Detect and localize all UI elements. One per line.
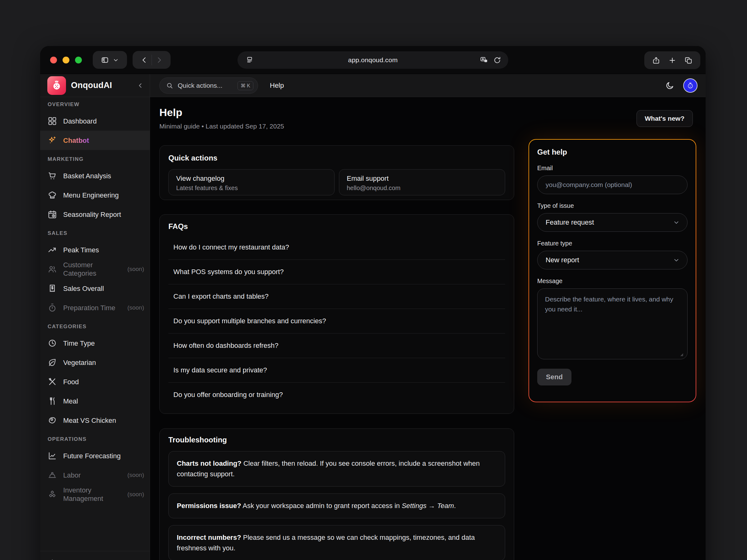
sidebar-item-time-type[interactable]: Time Type xyxy=(40,334,150,353)
sidebar-item-label: Customer Categories xyxy=(63,261,110,277)
message-textarea[interactable] xyxy=(537,288,688,359)
sidebar-item-future-forecasting[interactable]: Future Forecasting xyxy=(40,446,150,465)
page-title: Help xyxy=(159,106,182,118)
sidebar-item-labor[interactable]: Labor (soon) xyxy=(40,465,150,485)
sidebar-item-seasonality-report[interactable]: Seasonality Report xyxy=(40,205,150,224)
sidebar-item-label: Vegetarian xyxy=(63,358,96,367)
sidebar-item-meat-vs-chicken[interactable]: Meat VS Chicken xyxy=(40,411,150,430)
sidebar-item-chatbot[interactable]: Chatbot xyxy=(40,131,150,150)
fork-knife-icon xyxy=(48,396,57,406)
timer-icon xyxy=(48,303,57,312)
search-placeholder-text: Quick actions... xyxy=(178,82,223,89)
forward-icon[interactable] xyxy=(155,56,163,64)
dark-mode-moon-icon[interactable] xyxy=(665,81,674,90)
card-title: View changelog xyxy=(176,175,327,183)
translate-icon[interactable] xyxy=(480,56,488,64)
section-label-overview: OVERVIEW xyxy=(40,97,150,111)
get-help-title: Get help xyxy=(537,148,688,157)
browser-window: app.onqoud.com xyxy=(40,46,705,560)
line-chart-icon xyxy=(48,451,57,460)
sidebar-item-label: Menu Engineering xyxy=(63,191,119,199)
quick-actions-search[interactable]: Quick actions... ⌘ K xyxy=(159,77,258,94)
feature-type-label: Feature type xyxy=(537,240,688,247)
utensils-crossed-icon xyxy=(48,377,57,386)
send-button[interactable]: Send xyxy=(537,369,571,385)
quick-actions-title: Quick actions xyxy=(169,154,505,162)
address-bar[interactable]: app.onqoud.com xyxy=(237,51,508,69)
sidebar-footer: Settings Logout xyxy=(40,551,150,560)
zoom-window-button[interactable] xyxy=(75,57,82,63)
faq-item[interactable]: Do you offer onboarding or training? xyxy=(169,382,505,407)
sidebar-nav: OVERVIEW Dashboard Chatbot MARKETING Bas… xyxy=(40,97,150,551)
app-logo xyxy=(47,76,66,95)
raspberry-logo-icon xyxy=(51,80,62,91)
card-title: Email support xyxy=(347,175,497,183)
close-window-button[interactable] xyxy=(50,57,57,63)
faq-item[interactable]: How often do dashboards refresh? xyxy=(169,333,505,358)
sidebar-item-label: Chatbot xyxy=(63,136,89,145)
gear-icon xyxy=(48,559,57,560)
sidebar-item-inventory-management[interactable]: Inventory Management (soon) xyxy=(40,485,150,504)
sidebar-item-sales-overall[interactable]: Sales Overall xyxy=(40,279,150,298)
collapse-sidebar-icon[interactable] xyxy=(137,82,144,89)
faq-item[interactable]: Do you support multiple branches and cur… xyxy=(169,309,505,333)
sidebar-item-vegetarian[interactable]: Vegetarian xyxy=(40,353,150,372)
quick-actions-section: Quick actions View changelog Latest feat… xyxy=(159,145,514,200)
sidebar-item-label: Preparation Time xyxy=(63,304,115,312)
back-icon[interactable] xyxy=(140,56,149,64)
user-avatar[interactable] xyxy=(683,78,697,93)
leaf-icon xyxy=(48,358,57,367)
item-lead: Incorrect numbers? xyxy=(177,534,241,541)
troubleshooting-title: Troubleshooting xyxy=(169,435,505,444)
sidebar-item-food[interactable]: Food xyxy=(40,372,150,391)
whats-new-button[interactable]: What's new? xyxy=(637,110,693,127)
type-of-issue-select[interactable]: Feature request xyxy=(537,213,688,232)
view-changelog-card[interactable]: View changelog Latest features & fixes xyxy=(169,169,335,195)
sidebar-toggle-group[interactable] xyxy=(93,51,127,69)
sidebar-item-label: Inventory Management xyxy=(63,486,110,503)
message-label: Message xyxy=(537,277,688,285)
email-support-card[interactable]: Email support hello@onqoud.com xyxy=(339,169,505,195)
sidebar-item-customer-categories[interactable]: Customer Categories (soon) xyxy=(40,260,150,279)
sidebar-item-label: Peak Times xyxy=(63,246,99,254)
section-label-marketing: MARKETING xyxy=(40,150,150,166)
soon-badge: (soon) xyxy=(127,472,144,479)
share-icon[interactable] xyxy=(652,56,660,64)
help-page: Help Minimal guide • Last updated Sep 17… xyxy=(150,97,705,560)
faq-item[interactable]: Is my data secure and private? xyxy=(169,358,505,382)
sidebar-item-label: Future Forecasting xyxy=(63,452,121,460)
faq-item[interactable]: Can I export charts and tables? xyxy=(169,284,505,309)
minimize-window-button[interactable] xyxy=(62,57,70,63)
sidebar-item-label: Basket Analysis xyxy=(63,172,111,180)
dashboard-grid-icon xyxy=(48,116,57,126)
app-header: Quick actions... ⌘ K Help xyxy=(150,74,705,97)
item-text: Ask your workspace admin to grant report… xyxy=(241,502,402,510)
tab-overview-icon[interactable] xyxy=(685,56,693,64)
page-subtitle: Minimal guide • Last updated Sep 17, 202… xyxy=(159,123,284,130)
sidebar-toggle-icon xyxy=(101,56,109,64)
sidebar-item-meal[interactable]: Meal xyxy=(40,391,150,411)
new-tab-icon[interactable] xyxy=(668,56,676,64)
email-field[interactable] xyxy=(537,176,688,194)
calendar-clock-icon xyxy=(48,210,57,219)
sidebar-item-dashboard[interactable]: Dashboard xyxy=(40,111,150,131)
sidebar-header: OnqoudAI xyxy=(40,74,150,97)
trending-up-icon xyxy=(48,245,57,255)
nav-item-help[interactable]: Help xyxy=(270,74,284,97)
card-subtitle: hello@onqoud.com xyxy=(347,185,497,192)
faq-item[interactable]: How do I connect my restaurant data? xyxy=(169,235,505,260)
sidebar-item-basket-analysis[interactable]: Basket Analysis xyxy=(40,166,150,185)
reader-icon[interactable] xyxy=(246,56,254,64)
sidebar-item-settings[interactable]: Settings xyxy=(40,554,150,560)
feature-type-select[interactable]: New report xyxy=(537,251,688,269)
url-text: app.onqoud.com xyxy=(237,56,508,64)
sidebar-item-label: Sales Overall xyxy=(63,284,104,293)
faq-item[interactable]: What POS systems do you support? xyxy=(169,260,505,284)
sidebar-item-preparation-time[interactable]: Preparation Time (soon) xyxy=(40,298,150,317)
shopping-cart-icon xyxy=(48,171,57,181)
sidebar-item-menu-engineering[interactable]: Menu Engineering xyxy=(40,185,150,205)
clock-icon xyxy=(48,339,57,348)
resize-grip-icon[interactable] xyxy=(679,352,684,357)
sidebar-item-peak-times[interactable]: Peak Times xyxy=(40,240,150,260)
reload-icon[interactable] xyxy=(493,56,501,64)
